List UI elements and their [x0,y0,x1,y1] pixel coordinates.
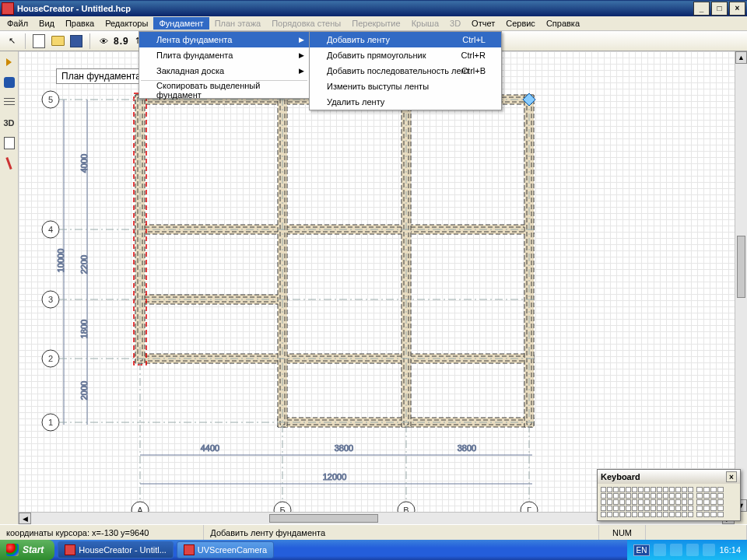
status-num: NUM [599,525,646,540]
tray-icon[interactable] [703,544,715,556]
svg-text:1: 1 [48,418,53,427]
statusbar: координаты курсора: x=-130 y=9640 Добави… [0,524,747,540]
vertical-toolbar: 3D [0,51,19,524]
drawing: 40002200180020001000044003800380012000 5… [19,51,747,524]
canvas[interactable]: План фундамента: 40002200180020001000044… [19,51,747,524]
svg-text:2: 2 [48,354,53,363]
task-button[interactable]: HouseCreator - Untitl... [58,541,173,558]
report-icon[interactable] [2,135,17,151]
tray-icon[interactable] [670,544,682,556]
menuitem[interactable]: Добавить прямоугольникCtrl+R [310,47,501,63]
menuitem[interactable]: Удалить ленту [310,94,501,110]
taskbar: Start HouseCreator - Untitl...UVScreenCa… [0,540,747,560]
keyboard-title: Keyboard [601,472,640,481]
tray-icon[interactable] [686,544,699,556]
menu-Крыша[interactable]: Крыша [406,17,444,30]
clock[interactable]: 16:14 [719,545,741,555]
maximize-button[interactable]: □ [711,2,728,16]
pencil-icon[interactable] [2,156,17,171]
zoom-tool-icon[interactable]: 👁 [95,33,112,50]
svg-text:3800: 3800 [458,443,476,453]
tray-icon[interactable] [654,544,666,556]
status-coords: координаты курсора: x=-130 y=9640 [0,525,204,540]
menu-Файл[interactable]: Файл [2,17,33,30]
menu-Вид[interactable]: Вид [33,17,60,30]
svg-text:3800: 3800 [335,443,353,453]
menuitem[interactable]: Добавить лентуCtrl+L [310,32,501,47]
cursor-tool-icon[interactable]: ↖ [3,33,20,50]
close-button[interactable]: × [729,2,745,16]
window-title: HouseCreator - Untitled.hcp [17,4,693,13]
menuitem[interactable]: Скопировать выделенный фундамент [139,82,309,98]
titlebar: HouseCreator - Untitled.hcp _ □ × [0,0,747,16]
svg-text:12000: 12000 [323,472,347,481]
lang-indicator[interactable]: EN [633,544,651,556]
menu-Отчет[interactable]: Отчет [466,17,500,30]
menu-Редакторы[interactable]: Редакторы [100,17,153,30]
minimize-button[interactable]: _ [693,2,710,16]
menubar: ФайлВидПравкаРедакторыФундаментПлан этаж… [0,16,747,31]
vertical-scrollbar[interactable]: ▲ ▼ [735,51,747,512]
menu-Справка[interactable]: Справка [541,17,585,30]
menuitem[interactable]: Изменить выступы ленты [310,79,501,94]
menuitem[interactable]: Добавить последовательность лентCtrl+B [310,63,501,79]
menu-Сервис[interactable]: Сервис [500,17,541,30]
menu-Правка[interactable]: Правка [60,17,100,30]
onscreen-keyboard[interactable]: Keyboard× [597,469,741,521]
menu-3D[interactable]: 3D [444,17,466,30]
menuitem[interactable]: Закладная доска▶ [139,63,309,79]
menu-План этажа[interactable]: План этажа [209,17,266,30]
hatch-icon[interactable] [2,95,17,110]
3d-icon[interactable]: 3D [2,115,17,131]
menu-Перекрытие[interactable]: Перекрытие [346,17,405,30]
menu-Фундамент[interactable]: Фундамент [153,17,209,30]
menuitem[interactable]: Лента фундамента▶ [139,32,309,47]
save-file-icon[interactable] [68,33,85,50]
new-file-icon[interactable] [30,33,47,50]
open-file-icon[interactable] [49,33,66,50]
svg-text:5: 5 [48,95,53,104]
start-button[interactable]: Start [0,540,54,560]
menu-Порядовка стены[interactable]: Порядовка стены [266,17,346,30]
task-button[interactable]: UVScreenCamera [177,541,274,558]
app-icon [2,2,14,15]
systray[interactable]: EN 16:14 [627,540,747,560]
menuitem[interactable]: Плита фундамента▶ [139,47,309,63]
keyboard-close-icon[interactable]: × [726,471,737,482]
foundation-menu[interactable]: Лента фундамента▶Плита фундамента▶Заклад… [139,31,310,99]
tape-submenu[interactable]: Добавить лентуCtrl+LДобавить прямоугольн… [309,31,502,110]
select-icon[interactable] [2,54,17,70]
scale-value: 8.9 [114,36,129,47]
status-hint: Добавить ленту фундамента [204,525,599,540]
paint-icon[interactable] [2,75,17,90]
svg-text:4: 4 [48,225,53,234]
svg-text:3: 3 [48,295,53,304]
svg-text:4400: 4400 [201,443,219,453]
status-empty [646,525,747,540]
